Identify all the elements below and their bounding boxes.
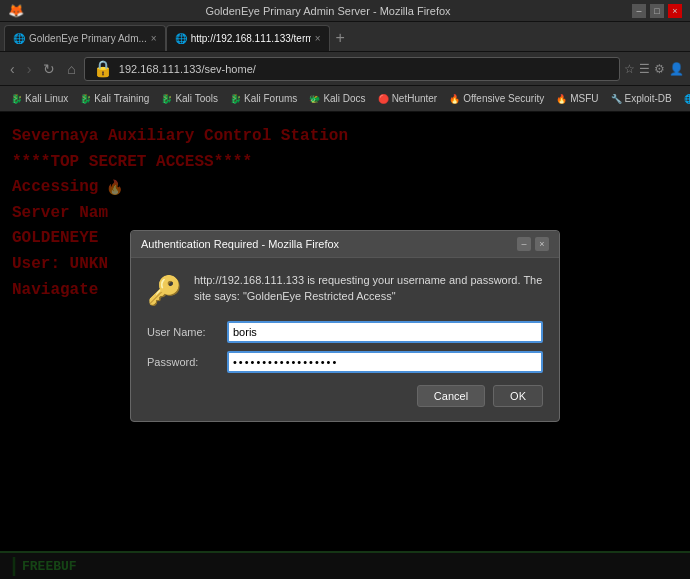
ok-button[interactable]: OK xyxy=(493,385,543,407)
bookmark-label-kali-forums: Kali Forums xyxy=(244,93,297,104)
offensive-security-icon: 🔥 xyxy=(449,94,460,104)
tab-bar: 🌐 GoldenEye Primary Adm... × 🌐 http://19… xyxy=(0,22,690,52)
tab-terminal[interactable]: 🌐 http://192.168.111.133/term × xyxy=(166,25,330,51)
tab-close-1[interactable]: × xyxy=(151,33,157,44)
nav-right-icons: ☆ ☰ ⚙ 👤 xyxy=(624,62,684,76)
tab-label-1: GoldenEye Primary Adm... xyxy=(29,33,147,44)
bookmark-kali-docs[interactable]: 🐲 Kali Docs xyxy=(304,91,370,106)
back-button[interactable]: ‹ xyxy=(6,59,19,79)
bookmark-label-nethunter: NetHunter xyxy=(392,93,438,104)
bookmark-label-offensive-security: Offensive Security xyxy=(463,93,544,104)
bookmark-kali-training[interactable]: 🐉 Kali Training xyxy=(75,91,154,106)
bookmark-ghdb[interactable]: 🌐 GHDB xyxy=(679,91,690,106)
dialog-minimize-button[interactable]: – xyxy=(517,237,531,251)
url-bar[interactable]: 🔒 192.168.111.133/sev-home/ xyxy=(84,57,620,81)
nethunter-icon: 🔴 xyxy=(378,94,389,104)
title-bar: 🦊 GoldenEye Primary Admin Server - Mozil… xyxy=(0,0,690,22)
bookmark-label-kali-tools: Kali Tools xyxy=(175,93,218,104)
username-row: User Name: xyxy=(147,321,543,343)
bookmark-label-msfu: MSFU xyxy=(570,93,598,104)
bookmark-label-exploit-db: Exploit-DB xyxy=(625,93,672,104)
kali-tools-icon: 🐉 xyxy=(161,94,172,104)
dialog-title-bar: Authentication Required - Mozilla Firefo… xyxy=(131,231,559,258)
tab-favicon-1: 🌐 xyxy=(13,33,25,44)
settings-icon[interactable]: ⚙ xyxy=(654,62,665,76)
bookmark-kali-forums[interactable]: 🐉 Kali Forums xyxy=(225,91,302,106)
main-content: Severnaya Auxiliary Control Station ****… xyxy=(0,112,690,579)
bookmarks-bar: 🐉 Kali Linux 🐉 Kali Training 🐉 Kali Tool… xyxy=(0,86,690,112)
tab-label-2: http://192.168.111.133/term xyxy=(191,33,311,44)
password-row: Password: xyxy=(147,351,543,373)
password-input[interactable] xyxy=(227,351,543,373)
bookmark-icon[interactable]: ☆ xyxy=(624,62,635,76)
lock-icon: 🔒 xyxy=(93,59,113,78)
username-label: User Name: xyxy=(147,326,227,338)
home-button[interactable]: ⌂ xyxy=(63,59,79,79)
bookmark-label-kali-docs: Kali Docs xyxy=(323,93,365,104)
bookmark-label-kali-linux: Kali Linux xyxy=(25,93,68,104)
auth-dialog: Authentication Required - Mozilla Firefo… xyxy=(130,230,560,422)
kali-docs-icon: 🐲 xyxy=(309,94,320,104)
close-button[interactable]: × xyxy=(668,4,682,18)
dialog-title: Authentication Required - Mozilla Firefo… xyxy=(141,238,339,250)
kali-training-icon: 🐉 xyxy=(80,94,91,104)
tab-favicon-2: 🌐 xyxy=(175,33,187,44)
password-label: Password: xyxy=(147,356,227,368)
bookmark-exploit-db[interactable]: 🔧 Exploit-DB xyxy=(606,91,677,106)
window-controls: – □ × xyxy=(632,4,682,18)
maximize-button[interactable]: □ xyxy=(650,4,664,18)
username-input[interactable] xyxy=(227,321,543,343)
reload-button[interactable]: ↻ xyxy=(39,59,59,79)
dialog-info: 🔑 http://192.168.111.133 is requesting y… xyxy=(147,272,543,307)
dialog-message: http://192.168.111.133 is requesting you… xyxy=(194,272,543,305)
menu-icon[interactable]: ☰ xyxy=(639,62,650,76)
dialog-controls: – × xyxy=(517,237,549,251)
bookmark-kali-tools[interactable]: 🐉 Kali Tools xyxy=(156,91,223,106)
cancel-button[interactable]: Cancel xyxy=(417,385,485,407)
window-title: GoldenEye Primary Admin Server - Mozilla… xyxy=(24,5,632,17)
exploit-db-icon: 🔧 xyxy=(611,94,622,104)
bookmark-kali-linux[interactable]: 🐉 Kali Linux xyxy=(6,91,73,106)
new-tab-button[interactable]: + xyxy=(330,25,351,51)
kali-linux-icon: 🐉 xyxy=(11,94,22,104)
nav-bar: ‹ › ↻ ⌂ 🔒 192.168.111.133/sev-home/ ☆ ☰ … xyxy=(0,52,690,86)
bookmark-offensive-security[interactable]: 🔥 Offensive Security xyxy=(444,91,549,106)
browser-icon: 🦊 xyxy=(8,3,24,18)
profile-icon[interactable]: 👤 xyxy=(669,62,684,76)
dialog-buttons: Cancel OK xyxy=(147,385,543,407)
msfu-icon: 🔥 xyxy=(556,94,567,104)
bookmark-nethunter[interactable]: 🔴 NetHunter xyxy=(373,91,443,106)
minimize-button[interactable]: – xyxy=(632,4,646,18)
ghdb-icon: 🌐 xyxy=(684,94,690,104)
modal-overlay: Authentication Required - Mozilla Firefo… xyxy=(0,112,690,579)
url-text: 192.168.111.133/sev-home/ xyxy=(119,63,611,75)
kali-forums-icon: 🐉 xyxy=(230,94,241,104)
key-icon: 🔑 xyxy=(147,274,182,307)
tab-close-2[interactable]: × xyxy=(315,33,321,44)
forward-button[interactable]: › xyxy=(23,59,36,79)
dialog-body: 🔑 http://192.168.111.133 is requesting y… xyxy=(131,258,559,421)
bookmark-label-kali-training: Kali Training xyxy=(94,93,149,104)
dialog-close-button[interactable]: × xyxy=(535,237,549,251)
tab-goldeneye[interactable]: 🌐 GoldenEye Primary Adm... × xyxy=(4,25,166,51)
bookmark-msfu[interactable]: 🔥 MSFU xyxy=(551,91,603,106)
